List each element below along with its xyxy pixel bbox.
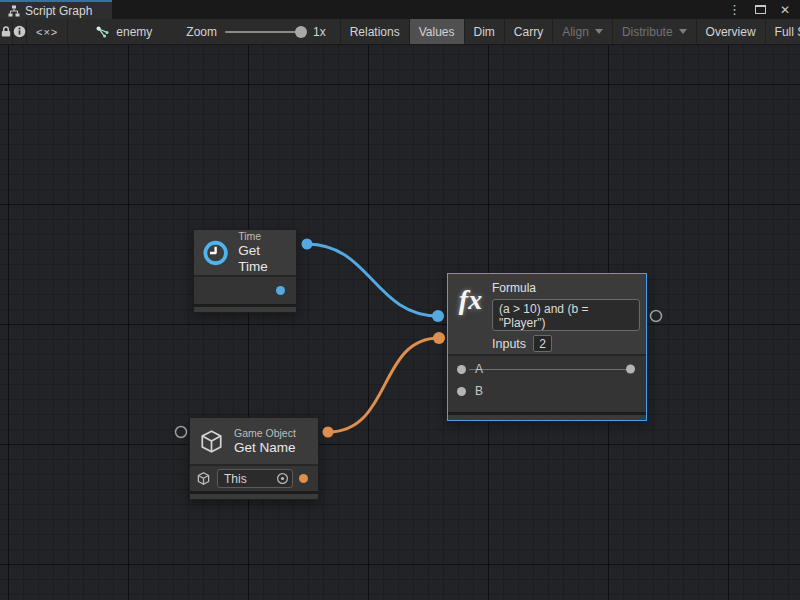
- node-footer: [448, 412, 646, 420]
- node-category: Game Object: [234, 427, 296, 440]
- target-object-field[interactable]: This: [217, 469, 293, 488]
- node-get-name[interactable]: Game Object Get Name This: [189, 417, 319, 500]
- relations-button[interactable]: Relations: [341, 19, 410, 44]
- zoom-slider[interactable]: [225, 31, 305, 33]
- window-controls: ⋮ ✕: [728, 0, 800, 19]
- tab-title: Script Graph: [25, 4, 92, 18]
- get-name-input-row: This: [190, 464, 318, 491]
- node-title: Formula: [492, 281, 640, 295]
- node-category: Time: [238, 230, 288, 243]
- script-graph-window: Script Graph ⋮ ✕ <×>: [0, 0, 800, 600]
- align-button[interactable]: Align: [553, 19, 613, 44]
- output-port[interactable]: [626, 365, 635, 374]
- dim-button[interactable]: Dim: [465, 19, 505, 44]
- chevron-down-icon: [679, 29, 687, 34]
- zoom-label: Zoom: [186, 25, 217, 39]
- title-bar: Script Graph ⋮ ✕: [0, 0, 800, 19]
- toolbar-spacer: [68, 19, 86, 44]
- inputs-count-field[interactable]: 2: [533, 335, 552, 352]
- port-label: B: [475, 384, 483, 398]
- node-footer: [190, 491, 318, 499]
- info-icon: [13, 25, 26, 38]
- lock-icon: [0, 25, 12, 38]
- port-label: A: [475, 362, 483, 376]
- formula-expression-input[interactable]: (a > 10) and (b = "Player"): [492, 299, 640, 331]
- node-footer: [194, 304, 296, 312]
- input-port-a[interactable]: [457, 365, 466, 374]
- formula-header: fx Formula (a > 10) and (b = "Player") I…: [448, 274, 646, 354]
- clock-icon: [202, 238, 229, 268]
- lock-button[interactable]: [0, 19, 13, 44]
- tab-script-graph[interactable]: Script Graph: [0, 0, 112, 19]
- formula-ports: A B: [448, 354, 646, 412]
- distribute-button[interactable]: Distribute: [613, 19, 697, 44]
- cube-icon: [196, 471, 211, 486]
- maximize-icon[interactable]: [755, 5, 766, 14]
- get-name-header: Game Object Get Name: [190, 418, 318, 464]
- input-row-b: B: [448, 380, 646, 402]
- graph-hierarchy-icon: [8, 5, 20, 17]
- target-object-value: This: [224, 472, 247, 486]
- graph-reference[interactable]: enemy: [86, 19, 162, 44]
- object-picker-icon[interactable]: [276, 472, 289, 485]
- values-button[interactable]: Values: [410, 19, 465, 44]
- fullscreen-button[interactable]: Full Screen: [766, 19, 800, 44]
- node-title: Get Time: [238, 243, 288, 275]
- get-time-header: Time Get Time: [194, 230, 296, 275]
- get-time-output-row: [194, 275, 296, 304]
- chevron-down-icon: [595, 29, 603, 34]
- zoom-value: 1x: [313, 25, 326, 39]
- zoom-control: Zoom 1x: [162, 19, 340, 44]
- variables-toggle-button[interactable]: <×>: [27, 19, 68, 44]
- input-row-a: A: [448, 358, 646, 380]
- output-port[interactable]: [299, 474, 308, 483]
- zoom-slider-thumb[interactable]: [295, 26, 307, 38]
- menu-icon[interactable]: ⋮: [728, 3, 741, 16]
- close-icon[interactable]: ✕: [780, 4, 790, 16]
- node-get-time[interactable]: Time Get Time: [193, 229, 297, 313]
- cube-icon: [198, 428, 225, 455]
- inputs-label: Inputs: [492, 337, 526, 351]
- output-port[interactable]: [276, 286, 285, 295]
- node-title: Get Name: [234, 440, 296, 456]
- fx-icon: fx: [456, 283, 485, 317]
- distribute-label: Distribute: [622, 25, 673, 39]
- value-connection-line: [469, 369, 635, 370]
- align-label: Align: [562, 25, 589, 39]
- carry-button[interactable]: Carry: [505, 19, 553, 44]
- graph-toolbar: <×> enemy Zoom 1x Relations Values Dim C…: [0, 19, 800, 45]
- graph-canvas[interactable]: Time Get Time Game Object Get Name: [0, 45, 800, 600]
- node-formula[interactable]: fx Formula (a > 10) and (b = "Player") I…: [447, 273, 647, 421]
- graph-name-label: enemy: [116, 25, 152, 39]
- graph-icon: [96, 26, 110, 38]
- overview-button[interactable]: Overview: [697, 19, 766, 44]
- inspector-button[interactable]: [13, 19, 27, 44]
- input-port-b[interactable]: [457, 387, 466, 396]
